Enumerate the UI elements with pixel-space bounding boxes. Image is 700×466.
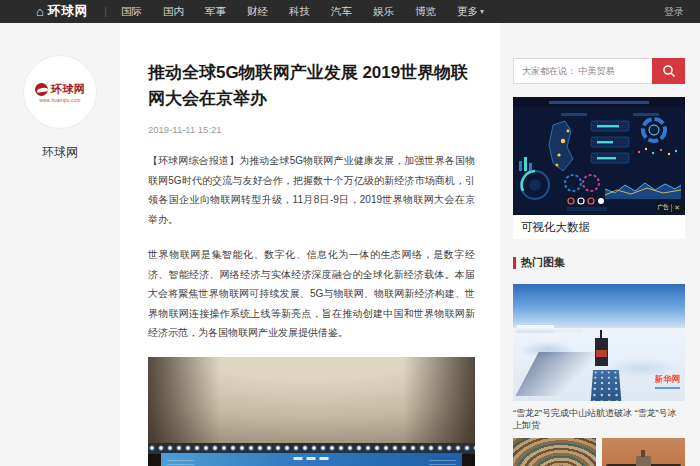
- search-icon: [662, 64, 676, 78]
- gallery-thumb-mars-lander[interactable]: [602, 438, 685, 466]
- globe-icon: [35, 83, 48, 96]
- nav-item-more[interactable]: 更多▾: [457, 5, 484, 19]
- article-card: 推动全球5G物联网产业发展 2019世界物联网大会在京举办 2019-11-11…: [120, 23, 500, 466]
- gallery-thumb-geology[interactable]: [513, 438, 596, 466]
- ad-badge-label: 广告: [657, 203, 669, 212]
- photo-banner-logos: [294, 457, 329, 460]
- close-icon[interactable]: ✕: [671, 204, 680, 212]
- search-bar: [513, 58, 685, 84]
- login-link[interactable]: 登录: [664, 5, 684, 19]
- nav-item-expo[interactable]: 博览: [415, 5, 436, 19]
- article-paragraph: 世界物联网是集智能化、数字化、信息化为一体的生态网络，是数字经济、智能经济、网络…: [148, 245, 475, 343]
- photo-side-panel-left: [167, 460, 194, 466]
- xinhua-watermark: 新华网: [655, 374, 681, 389]
- ad-image-dashboard[interactable]: 广告 ✕: [513, 97, 685, 215]
- nav-item-auto[interactable]: 汽车: [331, 5, 352, 19]
- nav-more-label: 更多: [457, 5, 478, 19]
- nav-divider: |: [104, 6, 107, 17]
- nav-item-military[interactable]: 军事: [205, 5, 226, 19]
- nav-item-international[interactable]: 国际: [121, 5, 142, 19]
- nav-items: 国际 国内 军事 财经 科技 汽车 娱乐 博览 更多▾: [121, 5, 484, 19]
- huanqiu-logo: 环球网: [35, 82, 86, 97]
- brand-logo[interactable]: 环球网: [48, 3, 89, 20]
- gallery-section-header: 热门图集: [513, 255, 685, 270]
- search-button[interactable]: [652, 58, 685, 84]
- gallery-section-title: 热门图集: [521, 255, 565, 270]
- photo-iceberg: [516, 325, 554, 333]
- avatar[interactable]: 环球网 www.huanqiu.com: [24, 56, 96, 128]
- nav-item-finance[interactable]: 财经: [247, 5, 268, 19]
- photo-ice-channel: [591, 370, 621, 401]
- gallery-photo-icebreaker[interactable]: 新华网: [513, 284, 685, 401]
- nav-item-tech[interactable]: 科技: [289, 5, 310, 19]
- gallery-thumbnails: [513, 438, 685, 466]
- dashboard-graphic: [513, 97, 685, 215]
- lander-body: [636, 456, 651, 466]
- article-title: 推动全球5G物联网产业发展 2019世界物联网大会在京举办: [148, 60, 475, 111]
- section-accent-bar: [513, 257, 516, 269]
- search-input[interactable]: [513, 58, 652, 84]
- photo-ceiling: [148, 357, 475, 452]
- article-photo-conference: 2019 WIOTC 世界物联网大会 Promoting the 5G IoT …: [148, 357, 475, 466]
- nav-item-entertainment[interactable]: 娱乐: [373, 5, 394, 19]
- page: ⌂ 环球网 | 国际 国内 军事 财经 科技 汽车 娱乐 博览 更多▾ 登录 环…: [0, 0, 700, 466]
- right-sidebar: 广告 ✕ 可视化大数据 热门图集 新华网 “雪龙2”号完成中山站航道破冰 “雪龙…: [513, 58, 685, 466]
- photo-sky: [513, 284, 685, 328]
- article-paragraph: 【环球网综合报道】为推动全球5G物联网产业健康发展，加强世界各国物联网5G时代的…: [148, 151, 475, 229]
- photo-icebreaker-ship: [595, 338, 608, 366]
- ad-badge: 广告 ✕: [654, 202, 683, 213]
- article-date: 2019-11-11 15:21: [148, 124, 475, 135]
- photo-side-panel-right: [429, 460, 456, 466]
- photo-led-screen: 2019 WIOTC 世界物联网大会 Promoting the 5G IoT …: [161, 453, 462, 466]
- logo-url-text: www.huanqiu.com: [39, 98, 80, 103]
- nav-item-domestic[interactable]: 国内: [163, 5, 184, 19]
- navbar-left: ⌂ 环球网 | 国际 国内 军事 财经 科技 汽车 娱乐 博览 更多▾: [36, 3, 484, 20]
- logo-text: 环球网: [51, 82, 86, 97]
- ad-caption[interactable]: 可视化大数据: [513, 215, 685, 239]
- home-icon[interactable]: ⌂: [36, 4, 44, 19]
- profile-column: 环球网 www.huanqiu.com 环球网: [0, 23, 120, 161]
- gallery-caption[interactable]: “雪龙2”号完成中山站航道破冰 “雪龙”号冰上卸货: [513, 408, 685, 431]
- top-navbar: ⌂ 环球网 | 国际 国内 军事 财经 科技 汽车 娱乐 博览 更多▾ 登录: [0, 0, 700, 23]
- photo-stage-lights: [148, 443, 475, 454]
- profile-name[interactable]: 环球网: [0, 144, 120, 161]
- chevron-down-icon: ▾: [480, 7, 484, 16]
